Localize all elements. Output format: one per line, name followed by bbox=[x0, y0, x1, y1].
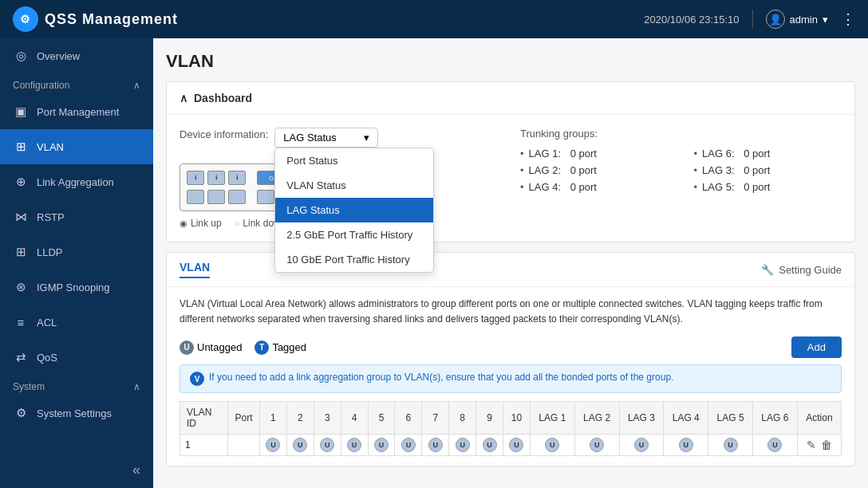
dropdown-menu: Port Status VLAN Status LAG Status 2.5 G… bbox=[274, 148, 434, 273]
setting-guide-button[interactable]: 🔧 Setting Guide bbox=[761, 264, 842, 276]
section-label: System bbox=[13, 381, 45, 392]
port-badge-4[interactable]: U bbox=[347, 438, 361, 452]
sidebar-item-label: Port Management bbox=[37, 106, 119, 118]
setting-guide-icon: 🔧 bbox=[761, 264, 774, 276]
port-badge-8[interactable]: U bbox=[456, 438, 470, 452]
lag5-label: LAG 5: bbox=[702, 181, 734, 193]
switch-port-b4 bbox=[257, 190, 274, 204]
dropdown-item-2-5gbe[interactable]: 2.5 GbE Port Traffic History bbox=[275, 222, 433, 247]
dashboard-title: Dashboard bbox=[194, 92, 252, 104]
lag5-cell: U bbox=[708, 435, 753, 456]
qos-icon: ⇄ bbox=[13, 349, 29, 365]
lag4-badge[interactable]: U bbox=[679, 438, 693, 452]
dropdown-item-port-status[interactable]: Port Status bbox=[275, 148, 433, 173]
port-badge-5[interactable]: U bbox=[374, 438, 389, 452]
header-divider bbox=[752, 10, 753, 29]
vlan-description: VLAN (Virtual Local Area Network) allows… bbox=[180, 297, 842, 327]
sidebar-item-system-settings[interactable]: ⚙ System Settings bbox=[0, 396, 153, 431]
port-cell bbox=[228, 435, 260, 456]
port-badge-10[interactable]: U bbox=[509, 438, 523, 452]
info-icon: V bbox=[190, 372, 204, 386]
info-message-row: V If you need to add a link aggregation … bbox=[180, 364, 842, 393]
vlan-id-cell: 1 bbox=[180, 435, 228, 456]
port-badge-6[interactable]: U bbox=[401, 438, 416, 452]
port-badge-3[interactable]: U bbox=[320, 438, 334, 452]
th-4: 4 bbox=[341, 402, 368, 435]
lag2-label: LAG 2: bbox=[529, 164, 561, 176]
lag5-badge[interactable]: U bbox=[724, 438, 738, 452]
sidebar-item-overview[interactable]: ◎ Overview bbox=[0, 38, 153, 73]
th-lag3: LAG 3 bbox=[619, 402, 664, 435]
sidebar-item-igmp-snooping[interactable]: ⊛ IGMP Snooping bbox=[0, 270, 153, 305]
dropdown-button[interactable]: LAG Status ▾ bbox=[274, 128, 378, 148]
dropdown-item-vlan-status[interactable]: VLAN Status bbox=[275, 173, 433, 198]
dropdown-arrow-icon: ▾ bbox=[364, 132, 369, 144]
vlan-tab[interactable]: VLAN bbox=[180, 261, 210, 278]
action-cell: ✎ 🗑 bbox=[797, 435, 841, 456]
dropdown-item-10gbe[interactable]: 10 GbE Port Traffic History bbox=[275, 247, 433, 272]
lag2-value: 0 port bbox=[570, 164, 597, 176]
header-right: 2020/10/06 23:15:10 👤 admin ▾ ⋮ bbox=[644, 10, 855, 29]
lag3-cell: U bbox=[619, 435, 664, 456]
device-info-section: Device information: LAG Status ▾ Port St… bbox=[180, 128, 501, 229]
lag6-value: 0 port bbox=[744, 148, 770, 159]
lag2-badge[interactable]: U bbox=[590, 438, 604, 452]
sidebar-item-link-aggregation[interactable]: ⊕ Link Aggregation bbox=[0, 164, 153, 199]
th-lag4: LAG 4 bbox=[664, 402, 708, 435]
port-badge-9[interactable]: U bbox=[483, 438, 497, 452]
sidebar-item-acl[interactable]: ≡ ACL bbox=[0, 305, 153, 340]
sidebar-item-rstp[interactable]: ⋈ RSTP bbox=[0, 199, 153, 234]
overview-icon: ◎ bbox=[13, 48, 29, 64]
lag1-badge[interactable]: U bbox=[545, 438, 559, 452]
sidebar-item-qos[interactable]: ⇄ QoS bbox=[0, 340, 153, 375]
lldp-icon: ⊞ bbox=[13, 244, 29, 260]
legend-link-up-label: Link up bbox=[191, 218, 222, 229]
sidebar-item-label: LLDP bbox=[37, 246, 63, 258]
port-10-cell: U bbox=[503, 435, 531, 456]
vlan-legend-items: U Untagged T Tagged bbox=[180, 340, 306, 355]
th-9: 9 bbox=[476, 402, 503, 435]
device-info-dropdown[interactable]: LAG Status ▾ Port Status VLAN Status LAG… bbox=[274, 128, 378, 148]
trunking-lag4: • LAG 4: 0 port bbox=[520, 181, 669, 193]
th-lag2: LAG 2 bbox=[574, 402, 619, 435]
trunking-lag1: • LAG 1: 0 port bbox=[520, 148, 669, 159]
dropdown-item-lag-status[interactable]: LAG Status bbox=[275, 198, 433, 222]
vlan-card: VLAN 🔧 Setting Guide VLAN (Virtual Local… bbox=[166, 252, 855, 466]
sidebar-item-lldp[interactable]: ⊞ LLDP bbox=[0, 234, 153, 270]
port-badge-2[interactable]: U bbox=[293, 438, 307, 452]
port-3-cell: U bbox=[314, 435, 341, 456]
port-badge-7[interactable]: U bbox=[428, 438, 443, 452]
sidebar-item-label: QoS bbox=[37, 352, 57, 364]
lag6-label: LAG 6: bbox=[702, 148, 734, 159]
sidebar-item-label: System Settings bbox=[37, 407, 112, 419]
sidebar-item-vlan[interactable]: ⊞ VLAN bbox=[0, 129, 153, 164]
username: admin bbox=[790, 14, 818, 26]
lag3-badge[interactable]: U bbox=[634, 438, 649, 452]
trunking-lag6: • LAG 6: 0 port bbox=[694, 148, 842, 159]
sidebar-collapse-button[interactable]: « bbox=[0, 452, 153, 488]
port-badge-1[interactable]: U bbox=[266, 438, 280, 452]
lag6-badge[interactable]: U bbox=[767, 438, 782, 452]
delete-icon[interactable]: 🗑 bbox=[821, 439, 832, 451]
sidebar-item-label: VLAN bbox=[37, 141, 64, 153]
header: ⚙ QSS Management 2020/10/06 23:15:10 👤 a… bbox=[0, 0, 868, 38]
dashboard-chevron[interactable]: ∧ bbox=[180, 92, 187, 104]
port-1-cell: U bbox=[260, 435, 287, 456]
add-vlan-button[interactable]: Add bbox=[791, 336, 842, 358]
header-menu-icon[interactable]: ⋮ bbox=[841, 10, 855, 28]
lag6-cell: U bbox=[752, 435, 797, 456]
vlan-legend-row: U Untagged T Tagged Add bbox=[180, 336, 842, 358]
header-user[interactable]: 👤 admin ▾ bbox=[766, 10, 828, 29]
sidebar-section-system[interactable]: System ∧ bbox=[0, 375, 153, 396]
th-5: 5 bbox=[368, 402, 395, 435]
edit-icon[interactable]: ✎ bbox=[807, 439, 816, 451]
sidebar-section-configuration[interactable]: Configuration ∧ bbox=[0, 73, 153, 94]
switch-port-b1 bbox=[187, 190, 204, 204]
section-label: Configuration bbox=[13, 80, 69, 91]
switch-port-1: ℹ bbox=[187, 171, 204, 185]
untagged-badge: U bbox=[180, 340, 194, 355]
trunking-grid: • LAG 1: 0 port • LAG 6: 0 port • LAG 2: bbox=[520, 148, 842, 193]
th-lag5: LAG 5 bbox=[708, 402, 753, 435]
trunking-lag2: • LAG 2: 0 port bbox=[520, 164, 669, 176]
sidebar-item-port-management[interactable]: ▣ Port Management bbox=[0, 94, 153, 129]
